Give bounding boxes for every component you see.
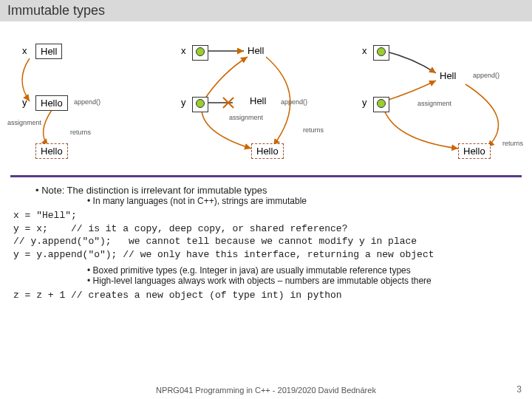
col2-y-label: y — [181, 97, 186, 108]
note-line1: Note: The distinction is irrelevant for … — [35, 185, 519, 196]
col1-append-label: append() — [74, 98, 100, 106]
note-line3: Boxed primitive types (e.g. Integer in j… — [87, 265, 519, 276]
col3-assignment-label: assignment — [417, 100, 451, 107]
dot-icon — [196, 99, 205, 108]
col3-result-box: Hello — [458, 143, 491, 159]
col1-assignment-label: assignment — [7, 119, 41, 126]
text-content: Note: The distinction is irrelevant for … — [0, 185, 532, 302]
diagram-area: x Hell y Hello append() assignment retur… — [0, 21, 532, 169]
col2-x-label: x — [181, 45, 186, 56]
col2-returns-label: returns — [303, 126, 324, 134]
col2-hell-top: Hell — [248, 45, 264, 56]
page-number: 3 — [516, 384, 522, 395]
col1-y-box: Hello — [35, 95, 68, 111]
col2-append-label: append() — [281, 98, 307, 106]
dot-icon — [377, 47, 386, 56]
col1-result-box: Hello — [35, 143, 68, 159]
cross-icon — [222, 96, 235, 109]
dot-icon — [196, 47, 205, 56]
code-block-1: x = "Hell"; y = x; // is it a copy, deep… — [13, 209, 519, 261]
col1-y-label: y — [22, 97, 27, 108]
col2-hell-mid: Hell — [250, 95, 266, 106]
col2-result-box: Hello — [251, 143, 284, 159]
col3-hell: Hell — [440, 70, 456, 81]
col1-x-box: Hell — [35, 44, 62, 59]
col2-assignment-label: assignment — [229, 114, 263, 121]
divider — [10, 175, 522, 177]
col3-append-label: append() — [473, 72, 499, 79]
col3-y-label: y — [362, 97, 367, 108]
note-line4: High-level languages always work with ob… — [87, 276, 519, 286]
footer-text: NPRG041 Programming in C++ - 2019/2020 D… — [0, 386, 532, 395]
col3-returns-label: returns — [502, 140, 523, 147]
col2-x-ptr — [192, 45, 208, 61]
note-line2: In many languages (not in C++), strings … — [87, 196, 519, 206]
col1-x-label: x — [22, 45, 27, 56]
col3-x-label: x — [362, 45, 367, 56]
code-block-2: z = z + 1 // creates a new object (of ty… — [13, 289, 519, 302]
col1-returns-label: returns — [70, 129, 91, 136]
col3-x-ptr — [373, 45, 389, 61]
dot-icon — [377, 99, 386, 108]
col2-y-ptr — [192, 97, 208, 112]
col3-y-ptr — [373, 97, 389, 112]
slide-title: Immutable types — [0, 0, 532, 21]
